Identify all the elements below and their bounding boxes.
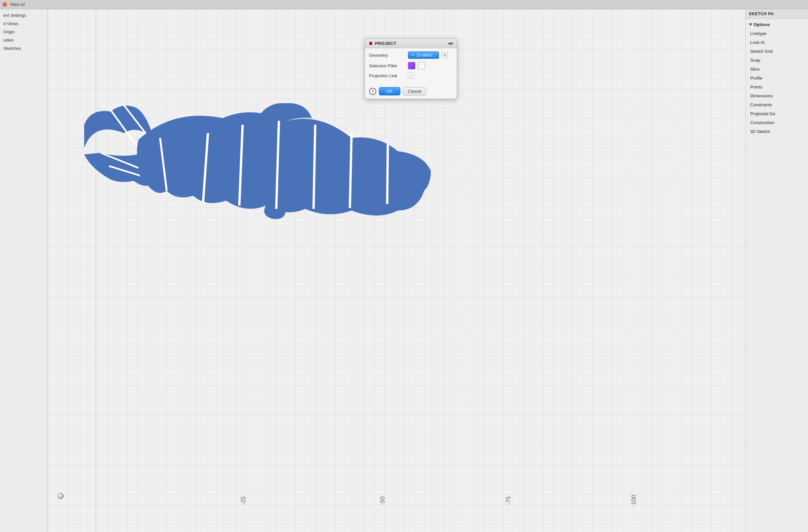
left-sidebar: ent Settings d Views Origin odies Sketch… xyxy=(0,9,48,532)
ruler-tick-100: -100 xyxy=(630,495,637,507)
dialog-nav-arrows[interactable]: ◀ ▶ xyxy=(447,41,454,45)
panel-item-projected-ge[interactable]: Projected Ge xyxy=(746,109,808,118)
sidebar-item-views[interactable]: d Views xyxy=(0,19,48,28)
body-stripe-6 xyxy=(387,144,388,204)
main-layout: ent Settings d Views Origin odies Sketch… xyxy=(0,9,808,532)
mouth xyxy=(423,168,431,178)
ruler-bottom: -25 -50 -75 -100 xyxy=(48,496,745,506)
selection-filter-row: Selection Filter xyxy=(369,62,453,69)
body-stripe-4 xyxy=(314,125,315,209)
sidebar-item-sketches[interactable]: Sketches xyxy=(0,44,48,53)
info-icon: i xyxy=(369,88,376,95)
ruler-tick-75: -75 xyxy=(505,496,512,505)
body-stripe-5 xyxy=(350,134,351,208)
project-dialog: ⏹ PROJECT ◀ ▶ Geometry ↖ 12 select... ✕ xyxy=(365,38,457,99)
panel-item-linetype[interactable]: Linetype xyxy=(746,29,808,38)
dialog-footer: i OK Cancel xyxy=(365,85,457,99)
sidebar-item-origin[interactable]: Origin xyxy=(0,28,48,36)
panel-item-look-at[interactable]: Look At xyxy=(746,38,808,47)
right-panel-title: SKETCH PA xyxy=(746,9,808,19)
panel-item-dimensions[interactable]: Dimensions xyxy=(746,91,808,100)
titlebar: Flexi v2 xyxy=(0,0,808,9)
panel-item-points[interactable]: Points xyxy=(746,82,808,91)
panel-item-profile[interactable]: Profile xyxy=(746,74,808,82)
ruler-tick-50: -50 xyxy=(379,496,386,505)
close-button[interactable] xyxy=(3,2,7,6)
sidebar-item-bodies[interactable]: odies xyxy=(0,36,48,44)
dialog-stop-icon: ⏹ xyxy=(368,41,373,46)
collapse-icon[interactable] xyxy=(749,23,752,26)
right-panel-options: Options Linetype Look At Sketch Grid Sna… xyxy=(746,19,808,137)
filter-icon-purple[interactable] xyxy=(408,62,415,69)
geometry-value: 12 select... xyxy=(416,53,435,57)
geometry-label: Geometry xyxy=(369,53,405,58)
options-section-header: Options xyxy=(746,20,808,29)
dialog-title: PROJECT xyxy=(375,41,397,46)
panel-item-construction[interactable]: Construction xyxy=(746,118,808,127)
fish-svg xyxy=(81,82,431,220)
filter-square[interactable] xyxy=(418,62,425,69)
dialog-header-left: ⏹ PROJECT xyxy=(368,41,397,46)
panel-item-sketch-grid[interactable]: Sketch Grid xyxy=(746,47,808,56)
geometry-row: Geometry ↖ 12 select... ✕ xyxy=(369,52,453,59)
canvas-area: -25 -50 -75 -100 ⏹ PROJECT ◀ ▶ xyxy=(48,9,745,532)
projection-link-row: Projection Link ✓ xyxy=(369,73,453,78)
geometry-clear-button[interactable]: ✕ xyxy=(442,52,447,58)
dialog-header: ⏹ PROJECT ◀ ▶ xyxy=(365,39,457,48)
projection-link-label: Projection Link xyxy=(369,73,405,78)
right-panel: SKETCH PA Options Linetype Look At Sketc… xyxy=(745,9,808,532)
ok-button[interactable]: OK xyxy=(379,87,400,95)
dorsal-fin xyxy=(256,103,312,122)
cancel-button[interactable]: Cancel xyxy=(403,87,426,95)
fish-shape xyxy=(81,82,431,220)
selection-filter-label: Selection Filter xyxy=(369,63,405,68)
cursor-icon: ↖ xyxy=(411,53,415,57)
app-title: Flexi v2 xyxy=(10,2,25,7)
panel-item-constraints[interactable]: Constraints xyxy=(746,100,808,109)
origin-dot xyxy=(58,493,64,499)
options-label: Options xyxy=(754,22,770,27)
panel-item-snap[interactable]: Snap xyxy=(746,56,808,65)
sidebar-item-settings[interactable]: ent Settings xyxy=(0,11,48,19)
arrow-right-icon[interactable]: ▶ xyxy=(451,41,454,45)
dialog-body: Geometry ↖ 12 select... ✕ Selection Filt… xyxy=(365,48,457,85)
projection-link-checkbox[interactable]: ✓ xyxy=(408,73,414,78)
ruler-tick-25: -25 xyxy=(240,496,246,505)
arrow-left-icon[interactable]: ◀ xyxy=(447,41,450,45)
panel-item-slice[interactable]: Slice xyxy=(746,65,808,74)
geometry-select-button[interactable]: ↖ 12 select... xyxy=(408,52,439,59)
panel-item-3d-sketch[interactable]: 3D Sketch xyxy=(746,127,808,136)
